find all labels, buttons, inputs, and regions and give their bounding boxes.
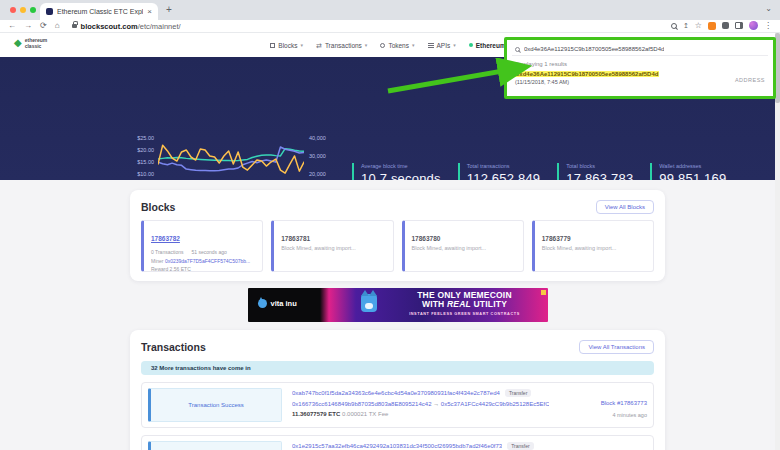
network-dot-icon <box>469 43 473 47</box>
share-icon[interactable]: ↥ <box>683 22 689 30</box>
window-controls[interactable] <box>10 7 36 13</box>
vita-inu-logo-icon <box>258 299 267 308</box>
ad-banner[interactable]: vita inu THE ONLY MEMECOIN WITH REAL UTI… <box>248 288 548 322</box>
block-number: 17863780 <box>412 235 516 242</box>
minimize-window-button[interactable] <box>20 7 26 13</box>
block-status: Block Mined, awaiting import... <box>542 245 646 251</box>
url-domain: blockscout.com <box>81 22 138 31</box>
axis-tick: 40,000 <box>309 135 326 141</box>
nav-transactions[interactable]: ⇄ Transactions ▾ <box>316 42 367 49</box>
etc-logo-icon: ◆ <box>14 38 22 48</box>
transaction-fee: 0.000021 TX Fee <box>342 411 388 417</box>
block-age: 51 seconds ago <box>192 249 227 255</box>
transaction-status-badge: Transaction Success <box>148 388 282 422</box>
stat-label: Total transactions <box>467 163 541 169</box>
transaction-type-tag: Transfer <box>507 442 533 450</box>
miner-address-link[interactable]: 0x0239da7F7D5aF4CFF574C507bb... <box>165 258 250 264</box>
browser-menu-icon[interactable]: ⋮ <box>764 21 772 30</box>
search-result-item[interactable]: 0xd4e36Ae112915C9b18700505ee58988562af5D… <box>515 71 765 85</box>
padlock-icon[interactable] <box>72 24 77 28</box>
axis-tick: $10.00 <box>137 171 154 177</box>
search-input[interactable]: 0xd4e36Ae112915C9b18700505ee58988562af5D… <box>512 43 768 56</box>
browser-url-bar: ← → ⟳ ⌂ blockscout.com/etc/mainnet/ ↥ ☆ … <box>0 20 780 33</box>
axis-tick: 30,000 <box>309 153 326 159</box>
url-path: /etc/mainnet/ <box>138 22 181 31</box>
extensions-icon[interactable] <box>722 22 729 29</box>
coin-icon <box>380 43 385 48</box>
block-number-link[interactable]: 17863782 <box>151 235 180 242</box>
page-body: Blocks View All Blocks 17863782 0 Transa… <box>0 180 780 450</box>
transaction-status-badge <box>148 441 282 450</box>
to-address-link[interactable]: 0x5c37A1FCc4429cC9b9b25128Ec5EfC71f91358… <box>441 401 549 407</box>
stat-label: Average block time <box>361 163 441 169</box>
nav-apis[interactable]: APIs ▾ <box>428 42 456 49</box>
transaction-hash-link[interactable]: 0x1e2915c57aa32efb46ca4292492a103831dc34… <box>292 443 502 449</box>
arrows-icon: ⇄ <box>316 42 322 49</box>
result-timestamp: (11/15/2018, 7:45 AM) <box>515 79 659 85</box>
chart-left-axis: $25.00 $20.00 $15.00 $10.00 <box>128 135 154 177</box>
tab-close-icon[interactable]: × <box>147 8 152 16</box>
nav-tokens-label: Tokens <box>388 42 409 49</box>
new-transactions-notification[interactable]: 32 More transactions have come in <box>141 361 654 375</box>
stat-label: Total blocks <box>566 163 633 169</box>
home-icon[interactable]: ⌂ <box>55 22 60 30</box>
maximize-window-button[interactable] <box>30 7 36 13</box>
ad-choices-icon[interactable] <box>541 290 546 295</box>
sidebar-icon[interactable] <box>735 22 743 29</box>
chart-lines <box>158 135 304 179</box>
logo-line2: classic <box>25 43 42 49</box>
blocks-card: Blocks View All Blocks 17863782 0 Transa… <box>130 190 665 281</box>
blocks-section-title: Blocks <box>141 201 175 213</box>
transaction-age: 4 minutes ago <box>559 412 647 418</box>
ad-brand-name: vita inu <box>271 299 297 308</box>
search-results-count: Displaying 1 results <box>515 61 765 67</box>
back-icon[interactable]: ← <box>8 22 16 30</box>
search-icon[interactable] <box>671 23 677 29</box>
ad-headline-line2: WITH REAL UTILITY <box>386 300 544 309</box>
axis-tick: $20.00 <box>137 147 154 153</box>
profile-avatar[interactable] <box>749 21 758 30</box>
transaction-hash-link[interactable]: 0xab747bc0f1f5da2a34363c6e4e6cbc4d54a0e3… <box>292 390 500 396</box>
search-query-text[interactable]: 0xd4e36Ae112915C9b18700505ee58988562af5D… <box>524 46 664 52</box>
miner-label: Miner <box>151 258 164 264</box>
stat-label: Wallet addresses <box>659 163 726 169</box>
block-card[interactable]: 17863781 Block Mined, awaiting import... <box>271 220 393 272</box>
cube-icon <box>270 43 275 48</box>
forward-icon[interactable]: → <box>24 22 32 30</box>
transaction-row: 0x1e2915c57aa32efb46ca4292492a103831dc34… <box>141 435 654 450</box>
transactions-card: Transactions View All Transactions 32 Mo… <box>130 330 665 450</box>
site-logo[interactable]: ◆ ethereum classic <box>14 37 47 49</box>
nav-transactions-label: Transactions <box>325 42 362 49</box>
from-address-link[interactable]: 0x166736cc6146849b9b87035d803a8E8095214c… <box>292 401 431 407</box>
transaction-type-tag: Transfer <box>505 389 531 397</box>
view-all-transactions-button[interactable]: View All Transactions <box>579 340 654 354</box>
search-results-popover: 0xd4e36Ae112915C9b18700505ee58988562af5D… <box>504 37 776 99</box>
chrome-chevron-down-icon[interactable]: ⌄ <box>765 4 772 13</box>
address-url[interactable]: blockscout.com/etc/mainnet/ <box>81 22 181 31</box>
new-tab-button[interactable]: + <box>166 5 172 15</box>
reload-icon[interactable]: ⟳ <box>40 22 47 30</box>
block-status: Block Mined, awaiting import... <box>412 245 516 251</box>
metamask-extension-icon[interactable] <box>708 22 716 30</box>
chevron-down-icon: ▾ <box>453 42 456 48</box>
chart-right-axis: 40,000 30,000 20,000 <box>309 135 326 177</box>
nav-apis-label: APIs <box>437 42 451 49</box>
dog-mascot-image <box>361 294 377 312</box>
nav-blocks[interactable]: Blocks ▾ <box>270 42 303 49</box>
axis-tick: 20,000 <box>309 171 326 177</box>
close-window-button[interactable] <box>10 7 16 13</box>
nav-tokens[interactable]: Tokens ▾ <box>380 42 414 49</box>
site-favicon <box>46 8 53 15</box>
bookmark-star-icon[interactable]: ☆ <box>695 21 702 30</box>
block-card[interactable]: 17863780 Block Mined, awaiting import... <box>402 220 524 272</box>
view-all-blocks-button[interactable]: View All Blocks <box>596 200 654 214</box>
browser-tab-strip: Ethereum Classic ETC Explorer × + ⌄ <box>0 0 780 20</box>
block-card-latest[interactable]: 17863782 0 Transactions51 seconds ago Mi… <box>141 220 263 272</box>
browser-tab[interactable]: Ethereum Classic ETC Explorer × <box>40 3 158 20</box>
lines-icon <box>428 43 434 48</box>
chevron-down-icon: ▾ <box>365 42 368 48</box>
result-address[interactable]: 0xd4e36Ae112915C9b18700505ee58988562af5D… <box>515 71 659 77</box>
block-card[interactable]: 17863779 Block Mined, awaiting import... <box>532 220 654 272</box>
transaction-row: Transaction Success 0xab747bc0f1f5da2a34… <box>141 382 654 428</box>
block-link[interactable]: Block #17863773 <box>601 400 647 406</box>
